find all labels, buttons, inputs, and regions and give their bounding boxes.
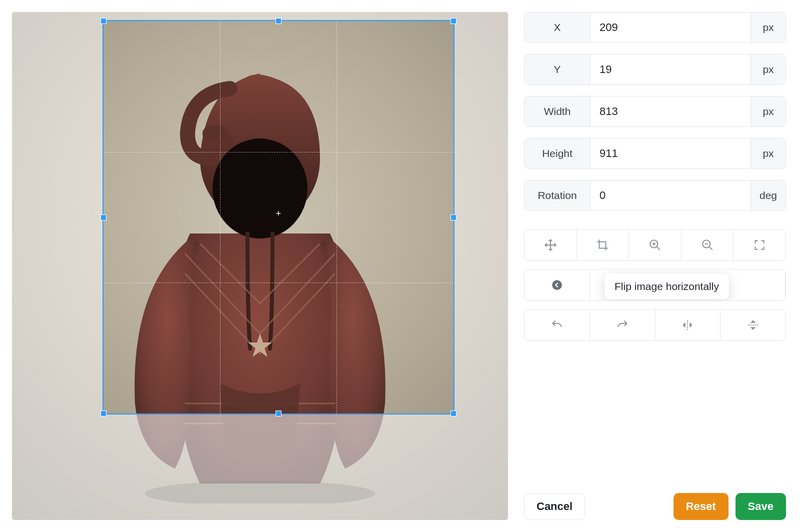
arrow-left-circle-icon	[550, 278, 564, 292]
crosshair-icon: +	[276, 208, 282, 218]
x-label: X	[524, 12, 590, 42]
y-field: Y px	[524, 54, 786, 85]
cancel-label: Cancel	[536, 500, 572, 513]
handle-bottom-right[interactable]	[450, 410, 456, 416]
zoom-in-button[interactable]	[629, 230, 682, 260]
flip-vertical-icon	[746, 318, 760, 332]
width-input[interactable]	[590, 96, 750, 126]
properties-panel: X px Y px Width px Height px Rotation	[520, 0, 800, 532]
cancel-button[interactable]: Cancel	[524, 493, 585, 520]
fullscreen-button[interactable]	[734, 230, 786, 260]
reset-button[interactable]: Reset	[674, 493, 728, 520]
back-button[interactable]	[524, 270, 590, 300]
undo-icon	[550, 318, 564, 332]
redo-button[interactable]	[590, 310, 656, 340]
handle-bottom[interactable]	[276, 410, 282, 416]
tool-row-2: Flip image horizontally	[524, 269, 786, 301]
reset-label: Reset	[686, 500, 716, 513]
crop-button[interactable]	[577, 230, 630, 260]
height-label: Height	[524, 138, 590, 168]
footer-actions: Cancel Reset Save	[524, 481, 786, 520]
move-icon	[544, 238, 557, 252]
zoom-out-button[interactable]	[682, 230, 734, 260]
handle-top-right[interactable]	[450, 18, 456, 24]
x-field: X px	[524, 12, 786, 43]
width-unit: px	[750, 96, 786, 126]
rotation-unit: deg	[750, 180, 786, 210]
rotation-field: Rotation deg	[524, 180, 786, 211]
crop-icon	[596, 238, 609, 252]
width-field: Width px	[524, 96, 786, 127]
zoom-in-icon	[648, 238, 662, 252]
y-label: Y	[524, 54, 590, 84]
height-field: Height px	[524, 138, 786, 169]
rotation-label: Rotation	[524, 180, 590, 210]
width-label: Width	[524, 96, 590, 126]
handle-left[interactable]	[100, 214, 106, 220]
tool-row-1	[524, 229, 786, 261]
image-canvas[interactable]: +	[12, 12, 508, 520]
flip-horizontal-button[interactable]	[656, 310, 721, 340]
tool-row-3	[524, 309, 786, 341]
height-unit: px	[750, 138, 786, 168]
flip-horizontal-icon	[681, 318, 694, 332]
handle-right[interactable]	[450, 214, 456, 220]
save-label: Save	[748, 500, 774, 513]
svg-point-4	[552, 280, 562, 290]
redo-icon	[616, 318, 629, 332]
handle-top[interactable]	[276, 18, 282, 24]
handle-bottom-left[interactable]	[100, 410, 106, 416]
tooltip-text: Flip image horizontally	[614, 280, 719, 292]
x-input[interactable]	[590, 12, 750, 42]
save-button[interactable]: Save	[736, 493, 786, 520]
move-button[interactable]	[524, 230, 577, 260]
crop-selection[interactable]: +	[102, 20, 454, 414]
y-unit: px	[750, 54, 786, 84]
flip-vertical-button[interactable]	[720, 310, 786, 340]
handle-top-left[interactable]	[100, 18, 106, 24]
zoom-out-icon	[701, 238, 714, 252]
undo-button[interactable]	[524, 310, 590, 340]
x-unit: px	[750, 12, 786, 42]
fullscreen-icon	[753, 238, 766, 252]
rotation-input[interactable]	[590, 180, 750, 210]
height-input[interactable]	[590, 138, 750, 168]
tooltip: Flip image horizontally	[604, 274, 729, 300]
y-input[interactable]	[590, 54, 750, 84]
